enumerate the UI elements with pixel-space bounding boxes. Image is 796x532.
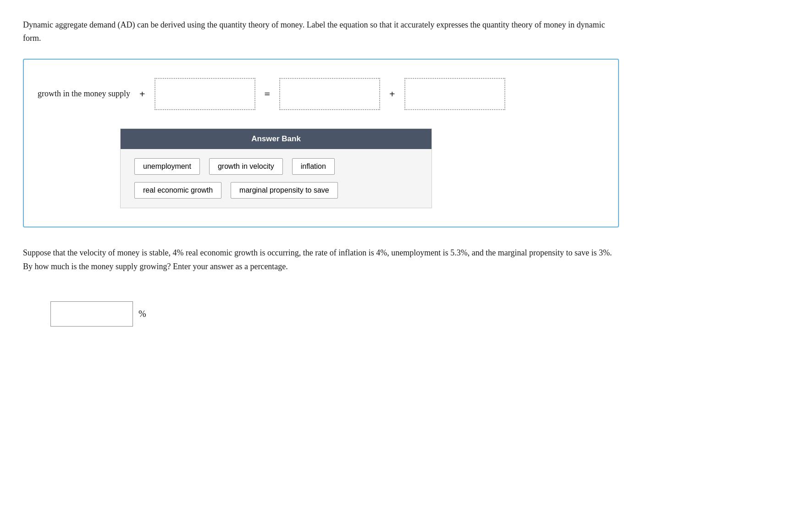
equation-container: growth in the money supply + = + Answer … — [23, 59, 619, 227]
intro-paragraph: Dynamic aggregate demand (AD) can be der… — [23, 18, 619, 45]
chip-marginal-propensity-to-save[interactable]: marginal propensity to save — [231, 182, 338, 199]
drop-box-2[interactable] — [279, 78, 380, 110]
answer-row-2: real economic growth marginal propensity… — [134, 182, 338, 199]
equation-row: growth in the money supply + = + — [38, 78, 604, 110]
percent-symbol: % — [138, 309, 146, 319]
chip-unemployment[interactable]: unemployment — [134, 158, 200, 175]
answer-input-row: % — [50, 301, 773, 327]
chip-inflation[interactable]: inflation — [292, 158, 335, 175]
drop-box-3[interactable] — [404, 78, 505, 110]
second-section: Suppose that the velocity of money is st… — [23, 246, 619, 274]
plus-operator-1: + — [139, 88, 145, 100]
equals-operator: = — [265, 88, 271, 100]
chip-real-economic-growth[interactable]: real economic growth — [134, 182, 221, 199]
second-paragraph: Suppose that the velocity of money is st… — [23, 246, 619, 274]
plus-operator-2: + — [389, 88, 395, 100]
drop-box-1[interactable] — [155, 78, 255, 110]
answer-bank-body: unemployment growth in velocity inflatio… — [121, 149, 431, 208]
answer-row-1: unemployment growth in velocity inflatio… — [134, 158, 335, 175]
percentage-input[interactable] — [50, 301, 133, 327]
money-supply-label: growth in the money supply — [38, 89, 130, 99]
answer-bank-header: Answer Bank — [121, 129, 431, 149]
chip-growth-in-velocity[interactable]: growth in velocity — [209, 158, 283, 175]
answer-bank: Answer Bank unemployment growth in veloc… — [120, 128, 432, 208]
